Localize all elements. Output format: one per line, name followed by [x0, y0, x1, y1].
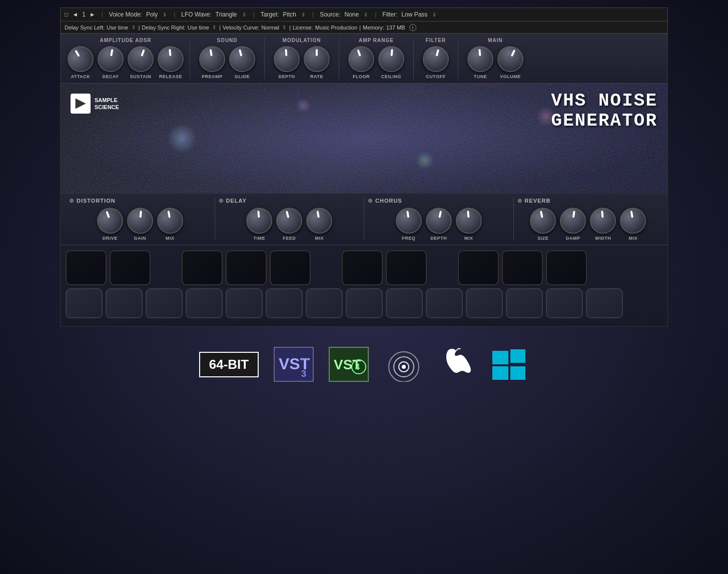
lfo-wave-label: LFO Wave: — [181, 11, 211, 18]
dist-gain-knob[interactable] — [126, 207, 154, 235]
pad-2-3[interactable] — [146, 288, 183, 318]
pad-2-12[interactable] — [506, 288, 543, 318]
reverb-led[interactable] — [518, 199, 522, 203]
pad-2-1[interactable] — [66, 288, 103, 318]
size-knob[interactable] — [527, 205, 558, 236]
pad-1-1[interactable] — [66, 250, 107, 285]
ceiling-knob[interactable] — [377, 45, 405, 73]
filter-label: Filter: — [382, 11, 397, 18]
svg-text:3: 3 — [301, 369, 306, 379]
drive-knob[interactable] — [93, 204, 127, 238]
reverb-label: REVERB — [525, 198, 551, 204]
amplitude-adsr-label: AMPLITUDE ADSR — [100, 38, 151, 43]
preamp-knob-wrapper: PREAMP — [199, 46, 225, 79]
delay-sync-right-select[interactable]: Use time — [188, 25, 209, 31]
floor-label: FLOOR — [353, 74, 370, 79]
tune-knob[interactable] — [466, 45, 494, 73]
damp-knob[interactable] — [558, 206, 588, 236]
glide-knob[interactable] — [226, 43, 258, 75]
file-icon[interactable]: □ — [65, 11, 68, 18]
nav-right-button[interactable]: ► — [90, 11, 96, 18]
attack-knob[interactable] — [63, 41, 98, 77]
menu-bar-1: □ ◄ 1 ► | Voice Mode: Poly ⇕ | LFO Wave:… — [60, 8, 668, 22]
pad-2-14[interactable] — [586, 288, 623, 318]
pad-1-7[interactable] — [386, 250, 427, 285]
pad-2-11[interactable] — [466, 288, 503, 318]
velocity-select[interactable]: Normal — [261, 25, 279, 31]
pad-2-5[interactable] — [226, 288, 263, 318]
chorus-led[interactable] — [368, 199, 372, 203]
source-arrow: ⇕ — [364, 12, 368, 18]
filter-arrow: ⇕ — [432, 12, 436, 18]
reverb-mix-label: MIX — [628, 236, 637, 241]
chorus-mix-knob[interactable] — [455, 207, 483, 235]
delay-sync-left-label: Delay Sync Left: — [65, 25, 105, 31]
distortion-led[interactable] — [70, 199, 74, 203]
floor-knob[interactable] — [345, 43, 378, 76]
svg-rect-13 — [510, 349, 525, 363]
sustain-knob[interactable] — [124, 43, 158, 76]
chorus-group: CHORUS FREQ DEPTH MIX — [364, 198, 514, 241]
rate-knob-wrapper: RATE — [304, 46, 330, 79]
pad-1-4[interactable] — [226, 250, 267, 285]
target-label: Target: — [261, 11, 279, 18]
delay-mix-knob[interactable] — [304, 206, 334, 236]
reverb-mix-knob[interactable] — [618, 206, 648, 236]
pad-2-6[interactable] — [266, 288, 303, 318]
width-knob[interactable] — [589, 207, 617, 235]
cutoff-knob[interactable] — [420, 43, 452, 75]
rate-knob[interactable] — [304, 46, 330, 72]
velocity-label: Velocity Curve: — [223, 25, 259, 31]
pad-1-9[interactable] — [502, 250, 543, 285]
dist-gain-knob-wrapper: GAIN — [127, 208, 153, 241]
pad-1-2[interactable] — [110, 250, 151, 285]
pad-1-6[interactable] — [342, 250, 383, 285]
freq-knob[interactable] — [394, 206, 423, 236]
lfo-wave-select[interactable]: Triangle — [216, 11, 237, 18]
glide-label: GLIDE — [235, 74, 250, 79]
pad-2-13[interactable] — [546, 288, 583, 318]
pad-1-5[interactable] — [270, 250, 311, 285]
dist-gain-label: GAIN — [134, 236, 147, 241]
pad-2-2[interactable] — [106, 288, 143, 318]
release-knob[interactable] — [157, 45, 185, 73]
chorus-header: CHORUS — [368, 198, 509, 204]
pad-1-3[interactable] — [182, 250, 223, 285]
info-icon[interactable]: i — [409, 24, 416, 31]
nav-left-button[interactable]: ◄ — [72, 11, 78, 18]
delay-led[interactable] — [219, 199, 223, 203]
pad-2-4[interactable] — [186, 288, 223, 318]
source-select[interactable]: None — [345, 11, 359, 18]
pad-2-10[interactable] — [426, 288, 463, 318]
glide-knob-wrapper: GLIDE — [229, 46, 255, 79]
pad-1-10[interactable] — [546, 250, 587, 285]
badge-au — [384, 347, 424, 382]
main-label: MAIN — [488, 38, 503, 43]
target-select[interactable]: Pitch — [283, 11, 296, 18]
filter-select[interactable]: Low Pass — [401, 11, 427, 18]
source-label: Source: — [320, 11, 340, 18]
badge-windows — [489, 347, 529, 382]
feed-label: FEED — [283, 236, 296, 241]
preamp-knob[interactable] — [197, 44, 227, 74]
depth-knob[interactable] — [273, 45, 301, 73]
amp-range-knobs: FLOOR CEILING — [348, 46, 404, 79]
time-knob[interactable] — [245, 207, 273, 235]
voice-mode-select[interactable]: Poly — [146, 11, 158, 18]
chorus-depth-knob[interactable] — [423, 205, 454, 236]
effects-row: DISTORTION DRIVE GAIN MIX — [66, 198, 662, 241]
feed-knob[interactable] — [273, 205, 305, 237]
chorus-mix-label: MIX — [464, 236, 473, 241]
pad-2-8[interactable] — [346, 288, 383, 318]
time-knob-wrapper: TIME — [246, 208, 272, 241]
delay-sync-left-select[interactable]: Use time — [107, 25, 128, 31]
depth-label: DEPTH — [278, 74, 295, 79]
size-label: SIZE — [537, 236, 548, 241]
pad-2-9[interactable] — [386, 288, 423, 318]
pad-1-8[interactable] — [458, 250, 499, 285]
decay-knob[interactable] — [96, 44, 126, 74]
volume-knob[interactable] — [493, 42, 527, 76]
preset-number: 1 — [82, 11, 86, 18]
dist-mix-knob[interactable] — [155, 206, 185, 236]
pad-2-7[interactable] — [306, 288, 343, 318]
